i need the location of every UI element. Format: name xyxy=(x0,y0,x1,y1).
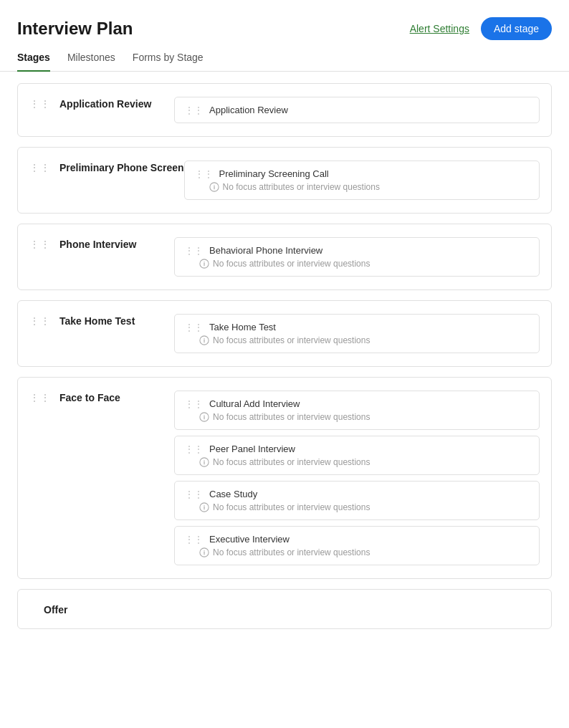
interview-note-text: No focus attributes or interview questio… xyxy=(213,259,370,269)
interview-name: Behavioral Phone Interview xyxy=(209,245,322,256)
tabs-bar: Stages Milestones Forms by Stage xyxy=(0,40,569,72)
info-icon xyxy=(199,335,209,345)
add-stage-button[interactable]: Add stage xyxy=(481,17,552,40)
stage-title: Face to Face xyxy=(59,391,174,403)
interviews-list: ⋮⋮Preliminary Screening Call No focus at… xyxy=(184,161,540,200)
svg-point-11 xyxy=(204,415,204,416)
interview-card: ⋮⋮Peer Panel Interview No focus attribut… xyxy=(174,436,540,475)
alert-settings-link[interactable]: Alert Settings xyxy=(410,23,469,34)
svg-point-2 xyxy=(214,185,214,186)
interviews-list: ⋮⋮Application Review xyxy=(174,97,540,123)
drag-handle[interactable]: ⋮⋮ xyxy=(29,239,51,250)
interview-drag-handle[interactable]: ⋮⋮ xyxy=(185,246,204,256)
info-icon xyxy=(199,547,209,557)
stage-card-preliminary-phone-screen: ⋮⋮Preliminary Phone Screen⋮⋮Preliminary … xyxy=(17,147,552,214)
interview-card: ⋮⋮Executive Interview No focus attribute… xyxy=(174,526,540,565)
interview-name: Take Home Test xyxy=(209,322,276,332)
interview-drag-handle[interactable]: ⋮⋮ xyxy=(185,322,204,332)
interview-note-text: No focus attributes or interview questio… xyxy=(213,412,370,422)
stage-title: Preliminary Phone Screen xyxy=(59,161,184,173)
stage-card-face-to-face: ⋮⋮Face to Face⋮⋮Cultural Add Interview N… xyxy=(17,377,552,579)
interview-card: ⋮⋮Case Study No focus attributes or inte… xyxy=(174,481,540,520)
interview-name: Cultural Add Interview xyxy=(209,398,300,409)
interview-name: Peer Panel Interview xyxy=(209,444,295,454)
tab-stages[interactable]: Stages xyxy=(17,52,50,72)
drag-handle[interactable]: ⋮⋮ xyxy=(29,315,51,327)
header-actions: Alert Settings Add stage xyxy=(410,17,552,40)
stage-card-application-review: ⋮⋮Application Review⋮⋮Application Review xyxy=(17,83,552,137)
interview-name: Case Study xyxy=(209,489,257,499)
svg-point-17 xyxy=(204,505,204,506)
interview-note-text: No focus attributes or interview questio… xyxy=(213,547,370,557)
drag-handle[interactable]: ⋮⋮ xyxy=(29,162,51,173)
interview-card: ⋮⋮Behavioral Phone Interview No focus at… xyxy=(174,237,540,277)
interview-drag-handle[interactable]: ⋮⋮ xyxy=(185,399,204,409)
svg-point-20 xyxy=(204,550,204,551)
interview-name: Application Review xyxy=(209,105,288,115)
stage-card-phone-interview: ⋮⋮Phone Interview⋮⋮Behavioral Phone Inte… xyxy=(17,224,552,290)
interview-drag-handle[interactable]: ⋮⋮ xyxy=(185,444,204,454)
info-icon xyxy=(199,457,209,467)
interview-drag-handle[interactable]: ⋮⋮ xyxy=(185,535,204,545)
drag-handle[interactable]: ⋮⋮ xyxy=(29,98,51,110)
stage-title: Offer xyxy=(44,603,158,616)
interview-card: ⋮⋮Preliminary Screening Call No focus at… xyxy=(184,161,540,200)
interview-drag-handle[interactable]: ⋮⋮ xyxy=(195,169,214,179)
tab-milestones[interactable]: Milestones xyxy=(67,52,115,72)
stage-card-take-home-test: ⋮⋮Take Home Test⋮⋮Take Home Test No focu… xyxy=(17,300,552,367)
page-header: Interview Plan Alert Settings Add stage xyxy=(0,0,569,40)
stage-title: Phone Interview xyxy=(59,237,174,250)
tab-forms-by-stage[interactable]: Forms by Stage xyxy=(133,52,204,72)
info-icon xyxy=(209,182,219,192)
interview-card: ⋮⋮Application Review xyxy=(174,97,540,123)
stage-card-offer: Offer xyxy=(17,589,552,629)
interviews-list: ⋮⋮Take Home Test No focus attributes or … xyxy=(174,314,540,353)
interview-note-text: No focus attributes or interview questio… xyxy=(213,502,370,512)
interview-name: Preliminary Screening Call xyxy=(219,168,329,179)
interviews-list: ⋮⋮Cultural Add Interview No focus attrib… xyxy=(174,391,540,565)
svg-point-8 xyxy=(204,338,204,339)
drag-handle[interactable]: ⋮⋮ xyxy=(29,392,51,403)
interview-note-text: No focus attributes or interview questio… xyxy=(213,457,370,467)
interviews-list: ⋮⋮Behavioral Phone Interview No focus at… xyxy=(174,237,540,277)
interview-card: ⋮⋮Take Home Test No focus attributes or … xyxy=(174,314,540,353)
interview-note-text: No focus attributes or interview questio… xyxy=(223,182,380,192)
info-icon xyxy=(199,412,209,422)
info-icon xyxy=(199,502,209,512)
interview-note-text: No focus attributes or interview questio… xyxy=(213,335,370,345)
interview-name: Executive Interview xyxy=(209,534,290,545)
page-title: Interview Plan xyxy=(17,19,133,39)
svg-point-5 xyxy=(204,262,204,262)
interview-drag-handle[interactable]: ⋮⋮ xyxy=(185,489,204,499)
interview-card: ⋮⋮Cultural Add Interview No focus attrib… xyxy=(174,391,540,430)
interview-drag-handle[interactable]: ⋮⋮ xyxy=(185,105,204,115)
stage-title: Take Home Test xyxy=(59,314,174,327)
stages-content: ⋮⋮Application Review⋮⋮Application Review… xyxy=(0,72,569,651)
stage-title: Application Review xyxy=(59,97,174,110)
svg-point-14 xyxy=(204,460,204,461)
info-icon xyxy=(199,259,209,269)
